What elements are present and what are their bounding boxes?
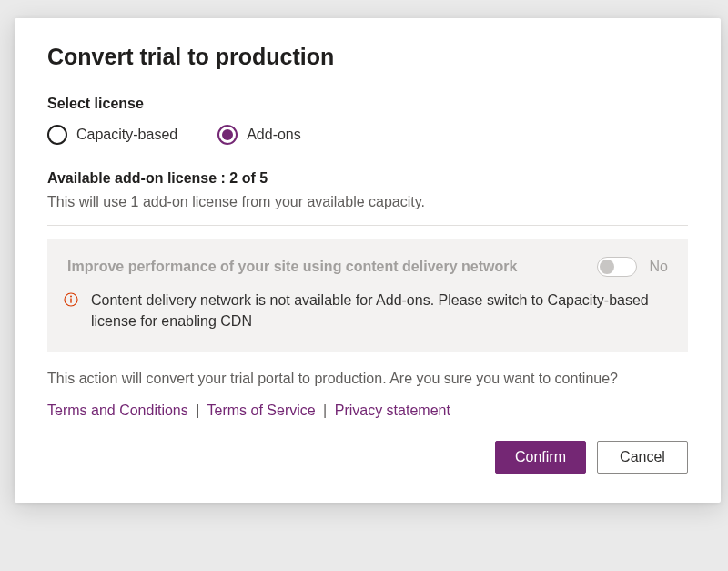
terms-and-conditions-link[interactable]: Terms and Conditions xyxy=(47,403,188,418)
svg-rect-2 xyxy=(70,299,71,303)
convert-trial-dialog: Convert trial to production Select licen… xyxy=(15,18,721,503)
cdn-toggle[interactable] xyxy=(597,257,637,277)
cdn-header-text: Improve performance of your site using c… xyxy=(67,259,584,275)
divider xyxy=(47,225,688,226)
terms-of-service-link[interactable]: Terms of Service xyxy=(207,403,316,418)
dialog-title: Convert trial to production xyxy=(47,44,688,70)
privacy-statement-link[interactable]: Privacy statement xyxy=(335,403,450,418)
cdn-notice-body: Content delivery network is not availabl… xyxy=(67,290,668,331)
available-license-title: Available add-on license : 2 of 5 xyxy=(47,170,688,187)
radio-dot xyxy=(222,129,233,140)
license-radio-group: Capacity-based Add-ons xyxy=(47,125,688,145)
radio-capacity-based[interactable]: Capacity-based xyxy=(47,125,177,145)
cdn-notice-box: Improve performance of your site using c… xyxy=(47,239,688,352)
link-separator: | xyxy=(196,403,199,418)
radio-addons[interactable]: Add-ons xyxy=(217,125,301,145)
radio-capacity-label: Capacity-based xyxy=(76,127,177,143)
info-icon xyxy=(64,292,78,307)
radio-checked-icon xyxy=(217,125,238,145)
cancel-button[interactable]: Cancel xyxy=(597,441,688,474)
cdn-toggle-label: No xyxy=(650,259,668,275)
cdn-toggle-wrap: No xyxy=(597,257,668,277)
confirm-button[interactable]: Confirm xyxy=(495,441,586,474)
select-license-label: Select license xyxy=(47,96,688,112)
cdn-notice-header: Improve performance of your site using c… xyxy=(67,257,668,277)
confirmation-text: This action will convert your trial port… xyxy=(47,368,688,389)
toggle-knob-icon xyxy=(600,260,614,274)
dialog-button-row: Confirm Cancel xyxy=(47,441,688,474)
legal-links-row: Terms and Conditions | Terms of Service … xyxy=(47,403,688,419)
radio-addons-label: Add-ons xyxy=(247,127,301,143)
link-separator: | xyxy=(323,403,327,418)
available-license-desc: This will use 1 add-on license from your… xyxy=(47,194,688,210)
radio-unchecked-icon xyxy=(47,125,67,145)
svg-point-1 xyxy=(70,296,72,298)
cdn-notice-text: Content delivery network is not availabl… xyxy=(91,290,668,331)
